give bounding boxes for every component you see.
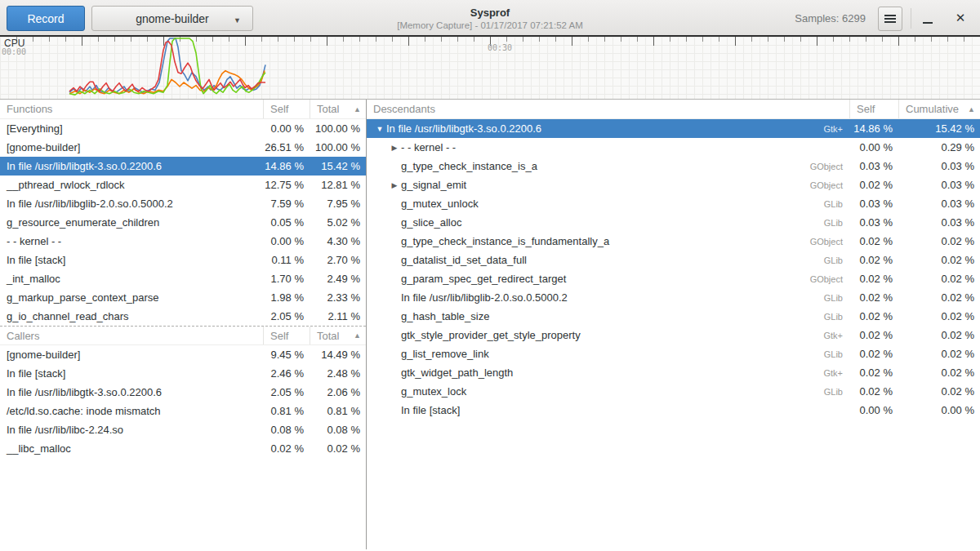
total-value: 0.81 % [310, 405, 366, 417]
expander-closed-icon[interactable]: ▶ [388, 144, 401, 152]
total-value: 2.11 % [310, 310, 366, 322]
descendant-name-cell: ▼In file /usr/lib/libgtk-3.so.0.2200.6Gt… [367, 122, 849, 135]
table-row[interactable]: - - kernel - -0.00 %4.30 % [0, 232, 366, 251]
library-tag: GLib [824, 312, 849, 322]
record-button[interactable]: Record [7, 6, 85, 31]
self-value: 1.70 % [263, 273, 310, 285]
expander-open-icon[interactable]: ▼ [373, 125, 386, 133]
self-value: 0.08 % [263, 424, 310, 436]
table-row[interactable]: [gnome-builder]26.51 %100.00 % [0, 138, 366, 157]
capture-subtitle: [Memory Capture] - 01/17/2017 07:21:52 A… [397, 20, 583, 31]
tree-row[interactable]: g_param_spec_get_redirect_targetGObject0… [367, 269, 980, 288]
table-row[interactable]: In file /usr/lib/libgtk-3.so.0.2200.614.… [0, 157, 366, 176]
tree-row[interactable]: gtk_widget_path_lengthGtk+0.02 %0.02 % [367, 363, 980, 382]
tree-row[interactable]: g_hash_table_sizeGLib0.02 %0.02 % [367, 307, 980, 326]
descendant-name: g_mutex_unlock [401, 198, 479, 210]
process-selector-label: gnome-builder [136, 12, 209, 25]
tree-row[interactable]: g_mutex_lockGLib0.02 %0.02 % [367, 382, 980, 401]
descendant-name-cell: In file /usr/lib/libglib-2.0.so.0.5000.2… [367, 291, 849, 304]
cumulative-value: 0.00 % [898, 404, 980, 416]
sort-ascending-icon: ▲ [354, 331, 361, 340]
process-selector-dropdown[interactable]: gnome-builder ▼ [91, 6, 253, 31]
table-row[interactable]: g_markup_parse_context_parse1.98 %2.33 % [0, 288, 366, 307]
descendants-column-header[interactable]: Descendants [367, 100, 849, 118]
self-column-header[interactable]: Self [263, 100, 310, 118]
cumulative-column-header[interactable]: Cumulative ▲ [898, 100, 980, 118]
tree-row[interactable]: g_datalist_id_set_data_fullGLib0.02 %0.0… [367, 251, 980, 269]
cumulative-value: 0.02 % [898, 367, 980, 379]
callers-table-body: [gnome-builder]9.45 %14.49 %In file [sta… [0, 345, 366, 458]
table-row[interactable]: In file /usr/lib/libgtk-3.so.0.2200.62.0… [0, 383, 366, 402]
total-column-header[interactable]: Total ▲ [310, 100, 366, 118]
cumulative-value: 0.02 % [898, 310, 980, 322]
total-value: 4.30 % [310, 235, 366, 247]
self-value: 12.75 % [263, 179, 310, 191]
table-row[interactable]: _int_malloc1.70 %2.49 % [0, 269, 366, 288]
tree-row[interactable]: In file [stack]0.00 %0.00 % [367, 401, 980, 420]
function-name: In file /usr/lib/libgtk-3.so.0.2200.6 [0, 386, 263, 398]
self-value: 7.59 % [263, 198, 310, 210]
descendant-name-cell: In file [stack] [367, 404, 849, 416]
function-name: In file /usr/lib/libglib-2.0.so.0.5000.2 [0, 198, 263, 210]
descendant-name-cell: g_type_check_instance_is_aGObject [367, 160, 849, 172]
table-row[interactable]: /etc/ld.so.cache: inode mismatch0.81 %0.… [0, 402, 366, 420]
self-column-header[interactable]: Self [849, 100, 898, 118]
table-row[interactable]: In file /usr/lib/libc-2.24.so0.08 %0.08 … [0, 420, 366, 439]
table-row[interactable]: In file [stack]2.46 %2.48 % [0, 364, 366, 383]
tree-row[interactable]: ▶g_signal_emitGObject0.02 %0.03 % [367, 176, 980, 194]
close-button[interactable]: ✕ [951, 5, 970, 31]
tree-row[interactable]: gtk_style_provider_get_style_propertyGtk… [367, 326, 980, 344]
tree-row[interactable]: g_type_check_instance_is_aGObject0.03 %0… [367, 157, 980, 176]
table-row[interactable]: In file [stack]0.11 %2.70 % [0, 251, 366, 269]
total-value: 2.33 % [310, 291, 366, 304]
total-value: 0.02 % [310, 442, 366, 455]
cumulative-value: 0.03 % [898, 179, 980, 191]
table-row[interactable]: __libc_malloc0.02 %0.02 % [0, 439, 366, 458]
self-column-header[interactable]: Self [263, 327, 310, 344]
minimize-button[interactable] [918, 5, 938, 31]
functions-column-header[interactable]: Functions [0, 100, 263, 118]
tree-row[interactable]: g_type_check_instance_is_fundamentally_a… [367, 232, 980, 251]
functions-table-body: [Everything]0.00 %100.00 %[gnome-builder… [0, 119, 366, 326]
tree-row[interactable]: ▶- - kernel - -0.00 %0.29 % [367, 138, 980, 157]
total-value: 7.95 % [310, 198, 366, 210]
tree-row[interactable]: g_mutex_unlockGLib0.03 %0.03 % [367, 194, 980, 213]
cpu-graph[interactable]: CPU 00:0000:30 [0, 37, 980, 100]
self-value: 0.02 % [849, 348, 898, 360]
self-value: 0.00 % [849, 404, 898, 416]
table-row[interactable]: g_io_channel_read_chars2.05 %2.11 % [0, 307, 366, 326]
self-value: 9.45 % [263, 349, 310, 361]
sort-ascending-icon: ▲ [968, 105, 975, 113]
descendants-table-header: Descendants Self Cumulative ▲ [367, 100, 980, 119]
table-row[interactable]: g_resource_enumerate_children0.05 %5.02 … [0, 213, 366, 232]
total-value: 12.81 % [310, 179, 366, 191]
hamburger-icon [884, 13, 896, 24]
table-row[interactable]: In file /usr/lib/libglib-2.0.so.0.5000.2… [0, 194, 366, 213]
descendant-name-cell: ▶- - kernel - - [367, 141, 849, 153]
function-name: g_markup_parse_context_parse [0, 291, 263, 304]
self-value: 0.02 % [849, 385, 898, 398]
menu-button[interactable] [878, 7, 902, 31]
self-value: 0.02 % [849, 273, 898, 285]
descendants-table-body: ▼In file /usr/lib/libgtk-3.so.0.2200.6Gt… [367, 119, 980, 420]
tree-row[interactable]: g_slice_allocGLib0.03 %0.03 % [367, 213, 980, 232]
table-row[interactable]: [gnome-builder]9.45 %14.49 % [0, 345, 366, 364]
tree-row[interactable]: ▼In file /usr/lib/libgtk-3.so.0.2200.6Gt… [367, 119, 980, 138]
cumulative-value: 0.02 % [898, 254, 980, 266]
table-row[interactable]: __pthread_rwlock_rdlock12.75 %12.81 % [0, 176, 366, 194]
tree-row[interactable]: In file /usr/lib/libglib-2.0.so.0.5000.2… [367, 288, 980, 307]
total-column-header[interactable]: Total ▲ [310, 327, 366, 344]
cumulative-value: 0.02 % [898, 273, 980, 285]
callers-column-header[interactable]: Callers [0, 327, 263, 344]
descendant-name-cell: g_type_check_instance_is_fundamentally_a… [367, 235, 849, 247]
cumulative-value: 0.02 % [898, 348, 980, 360]
expander-closed-icon[interactable]: ▶ [388, 181, 401, 189]
total-value: 0.08 % [310, 424, 366, 436]
self-value: 2.05 % [263, 386, 310, 398]
self-value: 0.02 % [849, 179, 898, 191]
table-row[interactable]: [Everything]0.00 %100.00 % [0, 119, 366, 138]
self-value: 0.02 % [849, 367, 898, 379]
self-value: 0.02 % [849, 254, 898, 266]
tree-row[interactable]: g_list_remove_linkGLib0.02 %0.02 % [367, 344, 980, 363]
descendant-name-cell: g_mutex_unlockGLib [367, 198, 849, 210]
